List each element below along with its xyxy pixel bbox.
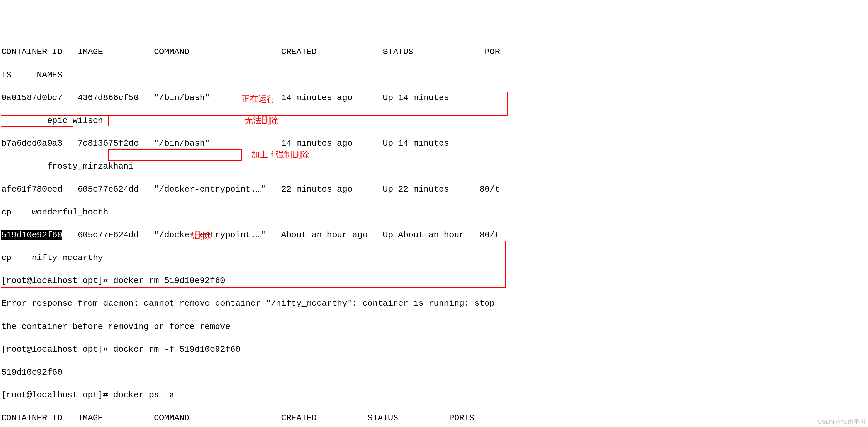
error-line1: Error response from daemon: cannot remov… — [1, 298, 867, 309]
box-error-response — [1, 127, 73, 138]
annotation-deleted: 已删除 — [186, 230, 211, 241]
ps-header1-line2: TS NAMES — [1, 69, 867, 81]
annotation-cannot-delete: 无法删除 — [245, 115, 278, 126]
prompt-docker-ps-a[interactable]: [root@localhost opt]# docker ps -a — [1, 390, 867, 401]
table-row: b7a6ded0a9a3 7c813675f2de "/bin/bash" 14… — [1, 138, 867, 149]
table-row: 519d10e92f60 605c77e624dd "/docker-entry… — [1, 229, 867, 241]
selected-container-id: 519d10e92f60 — [1, 230, 62, 240]
annotation-force-delete: 加上-f 强制删除 — [251, 149, 309, 160]
box-docker-rm-f-cmd — [108, 149, 242, 161]
box-docker-rm-cmd — [108, 115, 226, 127]
prompt-docker-rm-f[interactable]: [root@localhost opt]# docker rm -f 519d1… — [1, 344, 867, 355]
annotation-running: 正在运行 — [241, 93, 275, 105]
ps-header1-line1: CONTAINER ID IMAGE COMMAND CREATED STATU… — [1, 46, 867, 58]
table-row: cp wonderful_booth — [1, 207, 867, 218]
rm-output: 519d10e92f60 — [1, 367, 867, 378]
watermark: CSDN @江南子川 — [818, 418, 865, 426]
table-row: frosty_mirzakhani — [1, 161, 867, 172]
box-remaining-rows — [1, 240, 506, 288]
error-line2: the container before removing or force r… — [1, 321, 867, 332]
table-row: afe61f780eed 605c77e624dd "/docker-entry… — [1, 184, 867, 195]
ps-header2-line1: CONTAINER ID IMAGE COMMAND CREATED STATU… — [1, 412, 867, 424]
